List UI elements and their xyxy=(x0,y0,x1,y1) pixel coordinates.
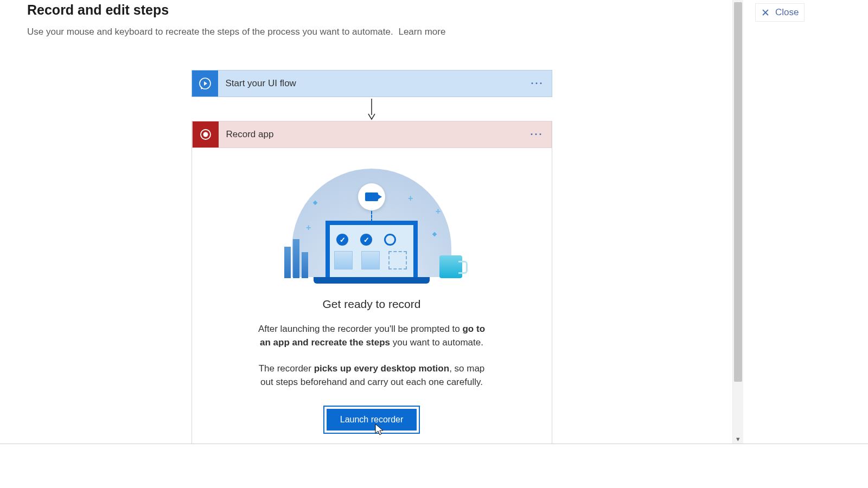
recorder-illustration: ✓✓ + + + xyxy=(282,169,461,288)
close-button[interactable]: ✕ Close xyxy=(755,3,805,22)
step-record-more-button[interactable]: ··· xyxy=(530,129,543,140)
recorder-paragraph-1: After launching the recorder you'll be p… xyxy=(252,323,491,349)
scrollbar-down-arrow-icon[interactable]: ▾ xyxy=(733,434,743,444)
page-subtitle: Use your mouse and keyboard to recreate … xyxy=(27,27,393,37)
close-label: Close xyxy=(775,7,799,18)
step-record-app: Record app ··· ✓✓ xyxy=(192,121,552,444)
step-start-ui-flow[interactable]: Start your UI flow ··· xyxy=(192,70,552,97)
svg-point-3 xyxy=(203,132,208,137)
recorder-paragraph-2: The recorder picks up every desktop moti… xyxy=(252,362,491,389)
vertical-scrollbar[interactable]: ▾ xyxy=(732,0,743,444)
close-icon: ✕ xyxy=(761,8,770,18)
page-title: Record and edit steps xyxy=(27,2,716,18)
right-side-panel xyxy=(749,0,868,444)
step-record-label: Record app xyxy=(226,129,274,140)
flow-canvas: Start your UI flow ··· xyxy=(192,70,552,444)
record-icon xyxy=(193,121,219,147)
learn-more-link[interactable]: Learn more xyxy=(398,27,445,37)
recorder-ready-title: Get ready to record xyxy=(214,298,530,311)
launch-recorder-focus-ring: Launch recorder xyxy=(323,406,420,434)
step-record-header[interactable]: Record app ··· xyxy=(192,121,552,148)
main-scroll-region[interactable]: Record and edit steps Use your mouse and… xyxy=(11,0,732,444)
flow-arrow-icon xyxy=(192,97,552,121)
play-cycle-icon xyxy=(192,70,218,97)
launch-recorder-button[interactable]: Launch recorder xyxy=(327,409,417,431)
step-start-label: Start your UI flow xyxy=(226,78,296,89)
step-start-more-button[interactable]: ··· xyxy=(531,78,544,89)
footer-divider xyxy=(0,444,868,444)
scrollbar-thumb[interactable] xyxy=(734,2,742,382)
